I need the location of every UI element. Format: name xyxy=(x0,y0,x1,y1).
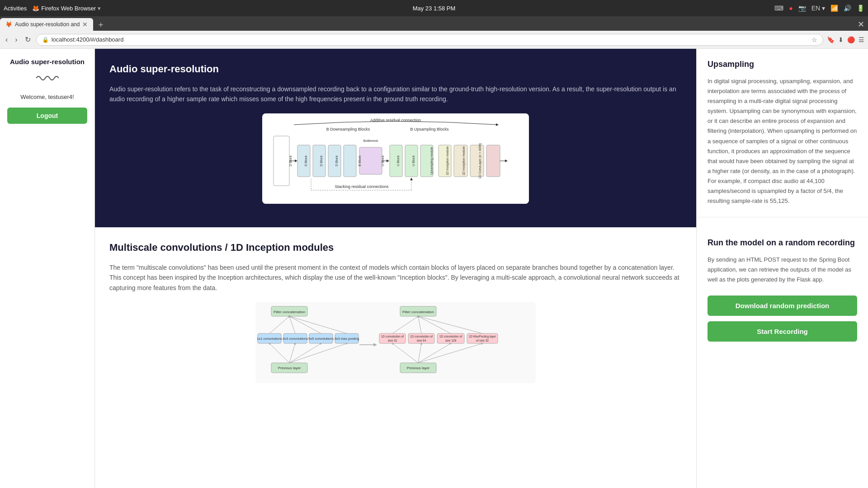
svg-text:U Block: U Block xyxy=(381,155,384,166)
svg-text:D Block: D Block xyxy=(320,155,323,166)
svg-text:Filter concatenation: Filter concatenation xyxy=(402,310,434,314)
activities-menu[interactable]: Activities xyxy=(4,5,27,12)
svg-rect-7 xyxy=(297,145,310,177)
svg-rect-11 xyxy=(328,145,341,177)
svg-text:3x3 convolutions: 3x3 convolutions xyxy=(283,337,308,341)
hero-title: Audio super-resolution xyxy=(109,63,682,75)
new-tab-button[interactable]: ＋ xyxy=(93,19,108,30)
svg-text:1D ConvLayer (n = 4096): 1D ConvLayer (n = 4096) xyxy=(478,143,482,178)
svg-text:U Block: U Block xyxy=(412,155,415,166)
svg-text:1D convolution of: 1D convolution of xyxy=(410,335,433,338)
svg-text:size 128: size 128 xyxy=(445,339,457,342)
svg-text:B Downsampling Blocks: B Downsampling Blocks xyxy=(326,127,370,131)
svg-text:3x3 max pooling: 3x3 max pooling xyxy=(335,337,359,341)
sidebar: Audio super-resolution Welcome, testuser… xyxy=(0,49,95,488)
multiscale-title: Multiscale convolutions / 1D Inception m… xyxy=(109,242,682,253)
waveform-icon xyxy=(7,73,87,86)
reload-button[interactable]: ↻ xyxy=(23,33,33,46)
main-content: Audio super-resolution Audio super-resol… xyxy=(95,49,868,488)
menu-icon[interactable]: ☰ xyxy=(859,36,864,43)
svg-rect-31 xyxy=(486,145,500,177)
svg-text:of size 32: of size 32 xyxy=(476,339,489,342)
run-model-title: Run the model on a random recording xyxy=(708,238,857,248)
svg-rect-27 xyxy=(454,145,467,177)
svg-text:Previous layer: Previous layer xyxy=(278,366,301,370)
upsampling-section: Upsampling In digital signal processing,… xyxy=(697,49,868,217)
security-icon: 🔒 xyxy=(42,37,49,43)
svg-text:5x5 convolutions: 5x5 convolutions xyxy=(308,337,334,341)
svg-text:Stacking residual connections: Stacking residual connections xyxy=(335,184,389,189)
architecture-diagram: Additive residual connection B Downsampl… xyxy=(109,113,682,204)
hero-section: Audio super-resolution Audio super-resol… xyxy=(95,49,696,227)
run-model-description: By sending an HTML POST request to the S… xyxy=(708,255,857,285)
svg-text:B Upsampling Blocks: B Upsampling Blocks xyxy=(410,127,449,131)
bookmark-icon[interactable]: ☆ xyxy=(811,36,817,43)
system-time: May 23 1:58 PM xyxy=(413,5,456,12)
svg-text:1D convolution of: 1D convolution of xyxy=(381,335,404,338)
run-model-section: Run the model on a random recording By s… xyxy=(696,227,868,488)
tab-close-button[interactable]: ✕ xyxy=(82,21,88,28)
svg-text:1x1 convolutions: 1x1 convolutions xyxy=(257,337,282,341)
inception-diagram: Filter concatenation 1x1 convolutions 3x… xyxy=(109,302,682,383)
download-prediction-button[interactable]: Download random prediction xyxy=(708,296,857,316)
svg-text:D Block: D Block xyxy=(335,155,338,166)
svg-rect-9 xyxy=(313,145,326,177)
svg-text:Additive residual connection: Additive residual connection xyxy=(370,118,421,122)
svg-text:Previous layer: Previous layer xyxy=(407,366,430,370)
svg-text:1D convolution of: 1D convolution of xyxy=(439,335,462,338)
svg-text:B Block: B Block xyxy=(358,155,361,166)
svg-rect-29 xyxy=(470,145,484,177)
tab-title: Audio super-resolution and xyxy=(15,21,80,28)
right-panel: Upsampling In digital signal processing,… xyxy=(696,49,868,227)
upsampling-title: Upsampling xyxy=(708,60,857,69)
svg-text:Bottleneck: Bottleneck xyxy=(363,139,378,142)
svg-rect-16 xyxy=(359,147,382,174)
multiscale-description: The term "multiscale convolutions" has b… xyxy=(109,263,682,293)
svg-text:size 32: size 32 xyxy=(388,339,397,342)
start-recording-button[interactable]: Start Recording xyxy=(708,321,857,342)
svg-text:1D Inception module: 1D Inception module xyxy=(462,146,466,175)
hero-description: Audio super-resolution refers to the tas… xyxy=(109,84,682,104)
address-text: localhost:4200/#/dashboard xyxy=(52,36,809,43)
firefox-menu[interactable]: 🦊 Firefox Web Browser ▾ xyxy=(32,5,101,12)
svg-rect-13 xyxy=(344,145,356,177)
svg-rect-25 xyxy=(439,145,451,177)
welcome-message: Welcome, testuser4! xyxy=(7,94,87,100)
svg-text:Upsampling module: Upsampling module xyxy=(430,147,434,175)
multiscale-section: Multiscale convolutions / 1D Inception m… xyxy=(95,227,696,488)
back-button[interactable]: ‹ xyxy=(4,34,9,46)
forward-button[interactable]: › xyxy=(13,34,19,46)
logout-button[interactable]: Logout xyxy=(7,108,87,124)
download-icon[interactable]: ⬇ xyxy=(838,36,844,43)
svg-text:D Block: D Block xyxy=(289,155,292,166)
svg-text:Filter concatenation: Filter concatenation xyxy=(274,310,305,314)
svg-text:D Block: D Block xyxy=(304,155,307,166)
upsampling-text: In digital signal processing, upsampling… xyxy=(708,76,857,206)
address-bar[interactable]: 🔒 localhost:4200/#/dashboard ☆ xyxy=(36,34,823,46)
svg-text:1D MaxPooling layer: 1D MaxPooling layer xyxy=(469,335,496,338)
svg-text:size 64: size 64 xyxy=(417,339,426,342)
bookmarks-icon[interactable]: 🔖 xyxy=(827,36,835,43)
extensions-icon[interactable]: 🔴 xyxy=(847,36,855,43)
close-window-button[interactable]: ✕ xyxy=(858,19,864,29)
svg-rect-19 xyxy=(390,145,402,177)
svg-rect-21 xyxy=(405,145,418,177)
svg-text:1D Inception module: 1D Inception module xyxy=(446,146,449,175)
svg-text:U Block: U Block xyxy=(396,155,400,166)
sidebar-title: Audio super-resolution xyxy=(7,58,87,66)
active-tab[interactable]: 🦊 Audio super-resolution and ✕ xyxy=(0,18,93,31)
system-tray: ⌨ ● 📷 EN ▾ 📶 🔊 🔋 xyxy=(774,5,864,12)
